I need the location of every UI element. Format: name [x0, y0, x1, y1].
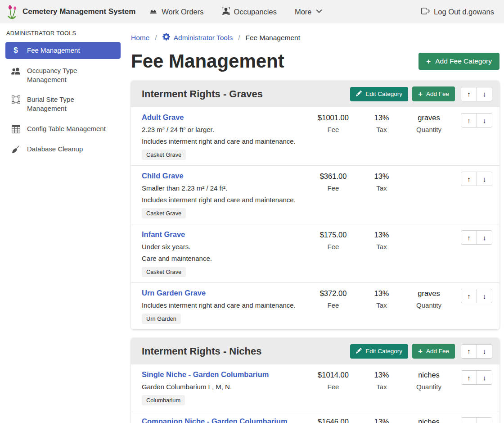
fee-row: Child Grave Smaller than 2.23 m² / 24 ft… — [131, 166, 500, 224]
move-fee-up-button[interactable]: ↑ — [461, 418, 477, 423]
move-category-up-button[interactable]: ↑ — [461, 345, 477, 358]
fee-tax: 13% — [359, 172, 404, 181]
fee-name-link[interactable]: Urn Garden Grave — [142, 289, 206, 297]
down-arrow-icon: ↓ — [483, 421, 486, 423]
move-category-up-button[interactable]: ↑ — [461, 87, 477, 101]
logout-link[interactable]: Log Out d.gowans — [421, 7, 494, 17]
sidebar-item-label: Fee Management — [27, 46, 80, 55]
logout-icon — [421, 7, 430, 17]
sidebar-item-config-table-management[interactable]: Config Table Management — [5, 120, 121, 137]
fee-type-badge: Columbarium — [142, 395, 185, 405]
broom-icon — [11, 145, 21, 154]
fee-type-badge: Casket Grave — [142, 150, 186, 160]
fee-amount: $1014.00 — [307, 371, 359, 379]
sidebar-section-header: ADMINISTRATOR TOOLS — [6, 30, 126, 36]
down-arrow-icon: ↓ — [483, 234, 486, 241]
move-fee-up-button[interactable]: ↑ — [461, 289, 477, 303]
fee-quantity-col: niches Quantity — [404, 417, 454, 423]
fee-quantity: graves — [404, 114, 454, 122]
chevron-down-icon — [316, 8, 322, 16]
category-header: Interment Rights - Niches Edit Category … — [131, 338, 500, 364]
fee-info: Child Grave Smaller than 2.23 m² / 24 ft… — [142, 172, 307, 218]
fee-row: Adult Grave 2.23 m² / 24 ft² or larger. … — [131, 107, 500, 166]
move-fee-down-button[interactable]: ↓ — [477, 114, 492, 127]
fee-amount-col: $175.00 Fee — [307, 230, 359, 250]
up-arrow-icon: ↑ — [467, 117, 471, 124]
fee-description: Under six years. — [142, 243, 304, 251]
breadcrumb-admin-tools-link[interactable]: Administrator Tools — [162, 33, 233, 42]
move-fee-down-button[interactable]: ↓ — [477, 371, 492, 384]
move-fee-down-button[interactable]: ↓ — [477, 418, 492, 423]
move-fee-down-button[interactable]: ↓ — [477, 231, 492, 244]
fee-info: Adult Grave 2.23 m² / 24 ft² or larger. … — [142, 113, 307, 160]
fee-amount-col: $1646.00 Fee — [307, 417, 359, 423]
move-fee-down-button[interactable]: ↓ — [477, 289, 492, 303]
fee-name-link[interactable]: Companion Niche - Garden Columbarium — [142, 417, 288, 423]
fee-description-secondary: Care and maintenance. — [142, 255, 304, 263]
fee-name-link[interactable]: Single Niche - Garden Columbarium — [142, 370, 269, 379]
fee-description: Garden Columbarium L, M, N. — [142, 383, 304, 391]
move-fee-up-button[interactable]: ↑ — [461, 172, 477, 186]
fee-name-link[interactable]: Child Grave — [142, 172, 184, 180]
sidebar-item-database-cleanup[interactable]: Database Cleanup — [5, 141, 121, 158]
move-fee-down-button[interactable]: ↓ — [477, 172, 492, 186]
plus-icon: + — [418, 347, 423, 355]
fee-reorder-buttons: ↑ ↓ — [461, 289, 492, 303]
fee-tax-col: 13% Tax — [359, 370, 404, 391]
fee-row: Urn Garden Grave Includes interment righ… — [131, 283, 500, 329]
fee-description-secondary: Includes interment right and care and ma… — [142, 137, 304, 146]
fee-tax-col: 13% Tax — [359, 113, 404, 133]
fee-info: Companion Niche - Garden Columbarium Gar… — [142, 417, 307, 423]
nav-work-orders-label: Work Orders — [162, 8, 203, 16]
fee-tax-label: Tax — [359, 184, 404, 192]
category-header: Interment Rights - Graves Edit Category … — [131, 81, 500, 107]
move-category-down-button[interactable]: ↓ — [477, 345, 492, 358]
category-title: Interment Rights - Graves — [142, 88, 346, 100]
breadcrumb-current: Fee Management — [246, 34, 301, 42]
fee-name-link[interactable]: Infant Grave — [142, 230, 185, 239]
fee-amount-col: $1014.00 Fee — [307, 370, 359, 391]
edit-category-button[interactable]: Edit Category — [350, 344, 408, 359]
page-title: Fee Management — [131, 50, 284, 72]
breadcrumb: Home / Administrator Tools / Fee Managem… — [131, 33, 500, 42]
fee-amount-label: Fee — [307, 301, 359, 309]
add-fee-button[interactable]: + Add Fee — [412, 86, 455, 101]
fee-reorder-buttons: ↑ ↓ — [461, 417, 492, 423]
up-arrow-icon: ↑ — [467, 234, 471, 241]
nav-occupancies[interactable]: Occupancies — [222, 7, 277, 17]
add-fee-button[interactable]: + Add Fee — [412, 344, 455, 359]
move-fee-up-button[interactable]: ↑ — [461, 114, 477, 127]
fee-name-link[interactable]: Adult Grave — [142, 113, 184, 122]
up-arrow-icon: ↑ — [467, 421, 471, 423]
sidebar-item-fee-management[interactable]: $ Fee Management — [5, 42, 121, 59]
person-bounding-box-icon — [222, 7, 230, 17]
fee-info: Urn Garden Grave Includes interment righ… — [142, 289, 307, 324]
sidebar-item-burial-site-type-management[interactable]: Burial Site Type Management — [5, 91, 121, 117]
pencil-icon — [356, 91, 362, 98]
down-arrow-icon: ↓ — [483, 292, 486, 300]
fee-description: 2.23 m² / 24 ft² or larger. — [142, 126, 304, 134]
fee-quantity-label: Quantity — [404, 383, 454, 391]
fee-category-card: Interment Rights - Graves Edit Category … — [131, 81, 500, 329]
move-fee-up-button[interactable]: ↑ — [461, 371, 477, 384]
nav-work-orders[interactable]: Work Orders — [149, 7, 203, 17]
nav-more[interactable]: More — [295, 8, 322, 16]
sidebar-item-label: Database Cleanup — [27, 145, 83, 154]
sidebar-item-label: Burial Site Type Management — [27, 95, 108, 113]
fee-amount: $361.00 — [307, 172, 359, 181]
breadcrumb-home-link[interactable]: Home — [131, 34, 149, 42]
sidebar-item-occupancy-type-management[interactable]: Occupancy Type Management — [5, 62, 121, 88]
fee-amount-label: Fee — [307, 383, 359, 391]
logout-label: Log Out d.gowans — [434, 8, 494, 16]
nav-more-label: More — [295, 8, 312, 16]
fee-reorder-buttons: ↑ ↓ — [461, 172, 492, 186]
edit-category-button[interactable]: Edit Category — [350, 87, 408, 101]
fee-tax-label: Tax — [359, 301, 404, 309]
fee-amount: $372.00 — [307, 289, 359, 298]
add-fee-category-button[interactable]: + Add Fee Category — [418, 53, 500, 70]
down-arrow-icon: ↓ — [483, 175, 486, 183]
fee-row: Single Niche - Garden Columbarium Garden… — [131, 364, 500, 411]
up-arrow-icon: ↑ — [467, 374, 471, 382]
move-category-down-button[interactable]: ↓ — [477, 87, 492, 101]
move-fee-up-button[interactable]: ↑ — [461, 231, 477, 244]
